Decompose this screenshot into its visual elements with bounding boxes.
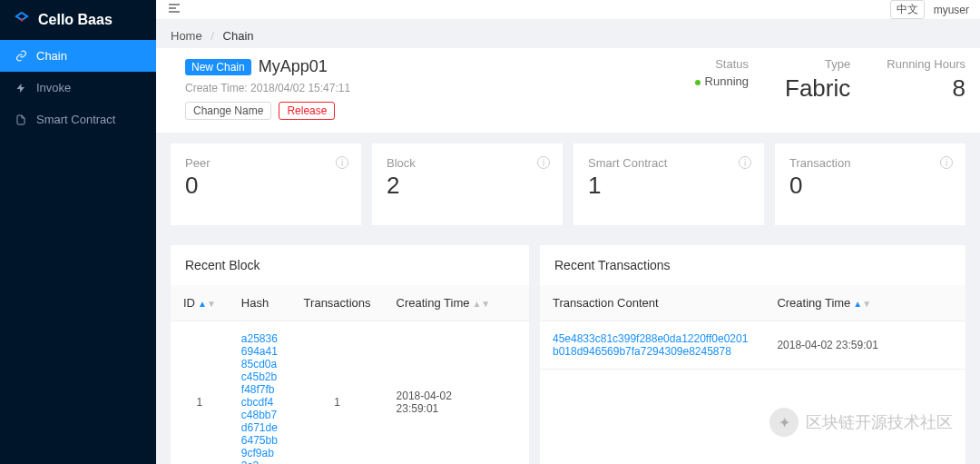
info-icon[interactable]: i <box>739 156 751 169</box>
sort-icon: ▲▼ <box>472 299 490 309</box>
smart-contract-value: 1 <box>588 172 750 200</box>
sidebar-item-smart-contract[interactable]: Smart Contract <box>0 104 156 135</box>
running-hours-stat: Running Hours 8 <box>887 57 965 103</box>
logo[interactable]: Cello Baas <box>0 0 156 40</box>
language-toggle[interactable]: 中文 <box>890 0 925 19</box>
breadcrumb-home[interactable]: Home <box>171 29 202 43</box>
sidebar-item-label: Invoke <box>36 81 71 94</box>
sidebar-item-invoke[interactable]: Invoke <box>0 72 156 104</box>
info-icon[interactable]: i <box>537 156 550 169</box>
sidebar-menu: Chain Invoke Smart Contract <box>0 40 156 135</box>
sort-icon: ▲▼ <box>853 299 871 309</box>
new-chain-badge: New Chain <box>185 59 251 75</box>
type-value: Fabric <box>785 74 850 103</box>
breadcrumb: Home / Chain <box>156 20 980 48</box>
sidebar-item-label: Chain <box>36 49 67 63</box>
col-time[interactable]: Creating Time▲▼ <box>384 285 504 321</box>
block-hash-link[interactable]: a25836694a4185cd0ac45b2bf48f7fbcbcdf4c48… <box>229 321 291 465</box>
sidebar-item-label: Smart Contract <box>36 113 115 126</box>
tables-row: Recent Block ID▲▼ Hash Transactions Crea… <box>156 225 980 464</box>
type-stat: Type Fabric <box>785 57 850 103</box>
recent-block-card: Recent Block ID▲▼ Hash Transactions Crea… <box>171 245 529 464</box>
brand-name: Cello Baas <box>38 12 113 28</box>
link-icon <box>15 50 27 63</box>
col-time[interactable]: Creating Time▲▼ <box>764 285 929 321</box>
smart-contract-card: i Smart Contract 1 <box>573 143 764 225</box>
release-button[interactable]: Release <box>279 102 335 120</box>
svg-point-0 <box>21 19 24 22</box>
transaction-content-link[interactable]: 45e4833c81c399f288e0da1220ff0e0201b018d9… <box>540 321 764 370</box>
status-stat: Status Running <box>695 57 749 88</box>
username[interactable]: myuser <box>934 4 969 16</box>
transactions-table: Transaction Content Creating Time▲▼ 45e4… <box>540 285 965 370</box>
info-icon[interactable]: i <box>336 156 348 169</box>
info-icon[interactable]: i <box>940 156 953 169</box>
col-tx[interactable]: Transactions <box>291 285 384 321</box>
topbar: 中文 myuser <box>156 0 980 20</box>
sidebar-item-chain[interactable]: Chain <box>0 40 156 72</box>
block-card: i Block 2 <box>372 143 563 225</box>
file-icon <box>15 114 27 126</box>
table-row: 45e4833c81c399f288e0da1220ff0e0201b018d9… <box>540 321 965 370</box>
page-header: New Chain MyApp01 Create Time: 2018/04/0… <box>156 48 980 133</box>
peer-card: i Peer 0 <box>171 143 361 225</box>
recent-transactions-card: Recent Transactions Transaction Content … <box>540 245 965 464</box>
create-time: Create Time: 2018/04/02 15:47:11 <box>185 82 350 94</box>
blocks-table: ID▲▼ Hash Transactions Creating Time▲▼ 1… <box>171 285 529 464</box>
card-title: Recent Block <box>171 245 529 285</box>
transaction-card: i Transaction 0 <box>775 143 965 225</box>
sort-icon: ▲▼ <box>198 299 216 309</box>
stats-row: i Peer 0 i Block 2 i Smart Contract 1 i … <box>156 143 980 225</box>
main: 中文 myuser Home / Chain New Chain MyApp01… <box>156 0 980 464</box>
bolt-icon <box>15 82 27 94</box>
col-extra <box>504 285 529 321</box>
app-name: MyApp01 <box>259 57 328 76</box>
col-hash[interactable]: Hash <box>229 285 291 321</box>
col-content[interactable]: Transaction Content <box>540 285 764 321</box>
status-dot-icon <box>695 80 701 85</box>
peer-value: 0 <box>185 172 347 200</box>
card-title: Recent Transactions <box>540 245 965 285</box>
breadcrumb-current: Chain <box>223 29 254 43</box>
sidebar: Cello Baas Chain Invoke Smart Contract <box>0 0 156 464</box>
block-value: 2 <box>387 172 548 200</box>
change-name-button[interactable]: Change Name <box>185 102 271 120</box>
logo-icon <box>13 11 31 29</box>
transaction-value: 0 <box>789 172 951 200</box>
breadcrumb-sep: / <box>211 29 214 43</box>
status-value: Running <box>695 74 749 88</box>
running-hours-value: 8 <box>887 74 965 103</box>
menu-toggle-icon[interactable] <box>167 1 181 18</box>
table-row: 1 a25836694a4185cd0ac45b2bf48f7fbcbcdf4c… <box>171 321 529 465</box>
col-id[interactable]: ID▲▼ <box>171 285 229 321</box>
